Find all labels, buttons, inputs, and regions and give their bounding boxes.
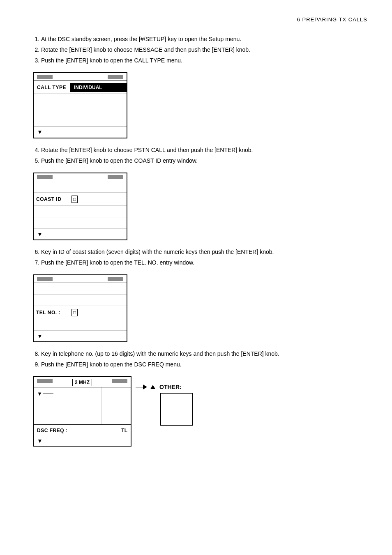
screen2: COAST ID □ ▼ (33, 173, 127, 240)
screen2-empty-row1 (34, 181, 127, 193)
instruction-8: Key in telephone no. (up to 16 digits) w… (41, 350, 367, 358)
screen3-container: TEL NO. : □ ▼ (33, 274, 367, 342)
other-box-wrapper (154, 393, 193, 426)
screen4-other-section: OTHER: (136, 376, 193, 426)
screen3-top-bar (34, 275, 127, 283)
screen4: 2 MHZ ▼ DSC FREQ : TL ▼ (33, 376, 131, 447)
screen4-right-arrow-row: OTHER: (136, 384, 182, 390)
page-header: 6 PREPARING TX CALLS (33, 16, 367, 23)
screen4-2mhz-label: 2 MHZ (72, 379, 92, 386)
screen3: TEL NO. : □ ▼ (33, 274, 127, 342)
arrow-line-left (136, 387, 143, 387)
screen3-empty-row1 (34, 283, 127, 295)
screen2-down-arrow: ▼ (37, 231, 43, 237)
screen2-bar-left (37, 175, 53, 179)
screen2-top-bar (34, 173, 127, 181)
other-box (160, 393, 193, 426)
header-text: 6 PREPARING TX CALLS (297, 16, 367, 23)
screen1-down-arrow: ▼ (37, 129, 43, 135)
screen3-label-row: TEL NO. : □ (34, 306, 127, 319)
screen2-footer: ▼ (34, 229, 127, 240)
screen3-bar-right (108, 277, 123, 281)
screen4-bar-left (37, 379, 53, 383)
screen1: CALL TYPE INDIVIDUAL ▼ (33, 72, 127, 138)
screen1-bar-right (108, 75, 123, 79)
screen1-label: CALL TYPE (34, 83, 71, 92)
screen4-footer-row: DSC FREQ : TL (34, 424, 131, 436)
screen2-container: COAST ID □ ▼ (33, 173, 367, 240)
screen2-empty-row3 (34, 217, 127, 229)
screen3-down-arrow: ▼ (37, 333, 43, 339)
instruction-4: Rotate the [ENTER] knob to choose PSTN C… (41, 146, 367, 154)
screen2-label-row: COAST ID □ (34, 193, 127, 206)
instruction-3: Push the [ENTER] knob to open the CALL T… (41, 56, 367, 65)
screen2-empty-row2 (34, 206, 127, 217)
instructions-6-7: Key in ID of coast station (seven digits… (33, 248, 367, 267)
screen4-left-down-arrow: ▼ (37, 391, 42, 397)
screen3-bar-left (37, 277, 53, 281)
screen1-header (34, 73, 127, 81)
screen1-label-row: CALL TYPE INDIVIDUAL (34, 81, 127, 94)
screen4-tl-label: TL (121, 428, 127, 433)
screen4-content: ▼ (34, 387, 131, 424)
screen1-bar-left (37, 75, 53, 79)
screen4-dash-line (43, 394, 53, 394)
instruction-9: Push the [ENTER] knob to open the DSC FR… (41, 360, 367, 369)
screen3-empty-row3 (34, 319, 127, 331)
screen1-empty-area (34, 94, 127, 127)
screen4-top-bar: 2 MHZ (34, 377, 131, 387)
screen2-label: COAST ID (36, 196, 69, 202)
screen1-empty-inner (34, 94, 127, 114)
up-arrow-col (150, 385, 155, 389)
instructions-4-5: Rotate the [ENTER] knob to choose PSTN C… (33, 146, 367, 165)
instruction-2: Rotate the [ENTER] knob to choose MESSAG… (41, 46, 367, 54)
screen3-label: TEL NO. : (36, 310, 69, 315)
screen4-down-arrow-row: ▼ (34, 387, 101, 397)
instruction-5: Push the [ENTER] knob to open the COAST … (41, 157, 367, 165)
screen1-container: CALL TYPE INDIVIDUAL ▼ (33, 72, 367, 138)
screen4-left: ▼ (34, 387, 102, 424)
screen2-bar-right (108, 175, 123, 179)
screen4-bottom-arrow-row: ▼ (34, 436, 131, 446)
screen1-footer: ▼ (34, 127, 127, 138)
screen4-bottom-down-arrow: ▼ (37, 438, 43, 444)
screen4-dsc-label: DSC FREQ (37, 428, 64, 433)
screen3-value: □ (71, 309, 78, 316)
instruction-1: At the DSC standby screen, press the [#/… (41, 35, 367, 44)
screen4-right-col (102, 387, 131, 424)
screen4-wrapper: 2 MHZ ▼ DSC FREQ : TL ▼ (33, 376, 367, 447)
screen1-value: INDIVIDUAL (71, 83, 127, 92)
instructions-8-9: Key in telephone no. (up to 16 digits) w… (33, 350, 367, 369)
instructions-1-3: At the DSC standby screen, press the [#/… (33, 35, 367, 65)
instruction-6: Key in ID of coast station (seven digits… (41, 248, 367, 256)
right-arrow-triangle (143, 385, 147, 389)
screen1-cursor-area (34, 114, 127, 127)
instruction-7: Push the [ENTER] knob to open the TEL. N… (41, 258, 367, 267)
screen4-colon: : (65, 428, 67, 433)
other-label: OTHER: (159, 384, 182, 390)
screen3-empty-row2 (34, 295, 127, 306)
screen2-value: □ (71, 196, 78, 203)
screen3-footer: ▼ (34, 331, 127, 341)
up-arrow-triangle (150, 385, 155, 389)
screen4-bar-right (112, 379, 127, 383)
